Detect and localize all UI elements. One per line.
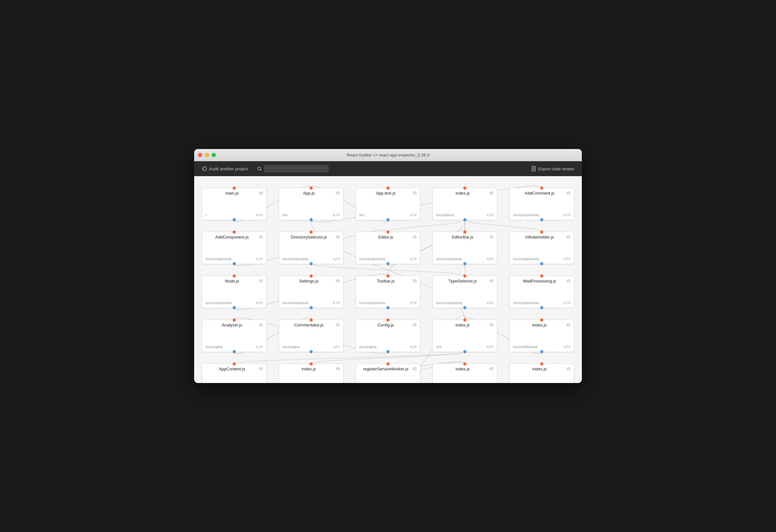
card-bottom: /src/engine </>	[282, 345, 340, 349]
code-icon[interactable]: </>	[563, 345, 571, 349]
card-path: /src/engine	[359, 345, 377, 349]
file-card-main-js[interactable]: main.js / </>	[202, 188, 266, 220]
close-button[interactable]	[198, 153, 202, 157]
card-top: DirectorySelector.js	[282, 235, 340, 240]
card-filename: AppContent.js	[205, 366, 258, 371]
file-card-addcomment-js[interactable]: AddComment.js /src/components </>	[510, 188, 574, 220]
file-card-waitproc-js[interactable]: WaitProcessing.js /src/components </>	[510, 276, 574, 308]
shuffle-icon[interactable]	[335, 235, 340, 240]
nodes-grid: main.js / </> App.js	[201, 183, 575, 376]
title-bar: React Auditor => react-app-inspector_0.2…	[194, 149, 582, 161]
shuffle-icon[interactable]	[412, 235, 417, 240]
card-path: /src	[282, 213, 288, 217]
shuffle-icon[interactable]	[489, 191, 494, 196]
shuffle-icon[interactable]	[412, 323, 417, 328]
card-path: /src/engine	[205, 345, 223, 349]
card-dot-bottom	[463, 262, 466, 265]
shuffle-icon[interactable]	[335, 323, 340, 328]
search-input[interactable]	[264, 165, 329, 172]
card-top: Node.js	[205, 279, 263, 284]
card-filename: index.js	[282, 366, 335, 371]
shuffle-icon[interactable]	[258, 279, 263, 284]
code-icon[interactable]: </>	[256, 256, 263, 261]
refresh-icon	[202, 166, 207, 171]
shuffle-icon[interactable]	[412, 191, 417, 196]
file-card-node-js[interactable]: Node.js /src/components </>	[202, 276, 266, 308]
shuffle-icon[interactable]	[412, 366, 417, 372]
card-top: WaitProcessing.js	[513, 279, 571, 284]
card-dot-top	[233, 318, 236, 322]
file-card-app-js[interactable]: App.js /src </>	[279, 188, 343, 220]
code-icon[interactable]: </>	[333, 213, 340, 217]
shuffle-icon[interactable]	[489, 366, 494, 372]
code-icon[interactable]: </>	[410, 213, 417, 217]
file-card-config-js[interactable]: Config.js /src/engine </>	[356, 320, 420, 352]
file-card-index-home[interactable]: index.js /src/scenes/Home </>	[433, 364, 497, 383]
code-icon[interactable]: </>	[487, 345, 494, 349]
card-bottom: /src/middleware </>	[513, 345, 571, 349]
card-path: /src/engine	[282, 345, 300, 349]
card-dot-top	[233, 362, 236, 366]
code-icon[interactable]: </>	[410, 301, 417, 305]
file-card-addcomponent-js[interactable]: AddComponent.js /src/components </>	[202, 232, 266, 264]
code-icon[interactable]: </>	[487, 213, 494, 217]
shuffle-icon[interactable]	[412, 279, 417, 284]
code-icon[interactable]: </>	[487, 301, 494, 305]
shuffle-icon[interactable]	[335, 279, 340, 284]
file-card-index-play[interactable]: index.js /src/scenes/Playground </>	[510, 364, 574, 383]
card-top: Analyzer.js	[205, 323, 263, 328]
file-card-appcontent-js[interactable]: AppContent.js /src/reducers </>	[202, 364, 266, 383]
shuffle-icon[interactable]	[566, 279, 571, 284]
code-icon[interactable]: </>	[487, 256, 494, 261]
shuffle-icon[interactable]	[566, 191, 571, 196]
export-button[interactable]: Export code review	[529, 165, 577, 173]
shuffle-icon[interactable]	[489, 235, 494, 240]
shuffle-icon[interactable]	[258, 191, 263, 196]
card-top: Editor.js	[359, 235, 417, 240]
file-card-regworker-js[interactable]: registerServiceWorker.js /src </>	[356, 364, 420, 383]
shuffle-icon[interactable]	[335, 191, 340, 196]
shuffle-icon[interactable]	[258, 235, 263, 240]
file-card-toolbar-js[interactable]: Toolbar.js /src/components </>	[356, 276, 420, 308]
code-icon[interactable]: </>	[333, 345, 340, 349]
shuffle-icon[interactable]	[489, 279, 494, 284]
code-icon[interactable]: </>	[256, 301, 263, 305]
card-dot-bottom	[233, 218, 236, 221]
file-card-app-test-js[interactable]: App.test.js /src </>	[356, 188, 420, 220]
code-icon[interactable]: </>	[563, 301, 571, 305]
card-dot-top	[463, 318, 466, 322]
audit-another-button[interactable]: Audit another project	[199, 165, 250, 173]
file-card-editorbar-js[interactable]: EditorBar.js /src/components </>	[433, 232, 497, 264]
shuffle-icon[interactable]	[258, 366, 263, 372]
file-card-dirsel-js[interactable]: DirectorySelector.js /src/components </>	[279, 232, 343, 264]
card-top: index.js	[282, 366, 340, 372]
code-icon[interactable]: </>	[410, 345, 417, 349]
code-icon[interactable]: </>	[256, 213, 263, 217]
card-dot-top	[463, 362, 466, 366]
file-card-index-red[interactable]: index.js /src/reducers </>	[279, 364, 343, 383]
file-card-index-src[interactable]: index.js /src </>	[433, 320, 497, 352]
file-card-infiniteholder-js[interactable]: InfiniteHolder.js /src/components </>	[510, 232, 574, 264]
code-icon[interactable]: </>	[563, 213, 571, 217]
code-icon[interactable]: </>	[333, 256, 340, 261]
shuffle-icon[interactable]	[489, 323, 494, 328]
code-icon[interactable]: </>	[563, 256, 571, 261]
file-card-index-actions[interactable]: index.js /src/actions </>	[433, 188, 497, 220]
code-icon[interactable]: </>	[410, 256, 417, 261]
code-icon[interactable]: </>	[256, 345, 263, 349]
shuffle-icon[interactable]	[566, 323, 571, 328]
minimize-button[interactable]	[205, 153, 209, 157]
file-card-commentator-js[interactable]: Commentator.js /src/engine </>	[279, 320, 343, 352]
file-card-typesel-js[interactable]: TypeSelector.js /src/components </>	[433, 276, 497, 308]
shuffle-icon[interactable]	[566, 366, 571, 372]
code-icon[interactable]: </>	[333, 301, 340, 305]
shuffle-icon[interactable]	[258, 323, 263, 328]
file-card-editor-js[interactable]: Editor.js /src/components </>	[356, 232, 420, 264]
shuffle-icon[interactable]	[566, 235, 571, 240]
file-card-index-mid[interactable]: index.js /src/middleware </>	[510, 320, 574, 352]
shuffle-icon[interactable]	[335, 366, 340, 372]
file-card-settings-js[interactable]: Settings.js /src/components </>	[279, 276, 343, 308]
card-bottom: /src </>	[282, 213, 340, 217]
file-card-analyzer-js[interactable]: Analyzer.js /src/engine </>	[202, 320, 266, 352]
maximize-button[interactable]	[212, 153, 216, 157]
